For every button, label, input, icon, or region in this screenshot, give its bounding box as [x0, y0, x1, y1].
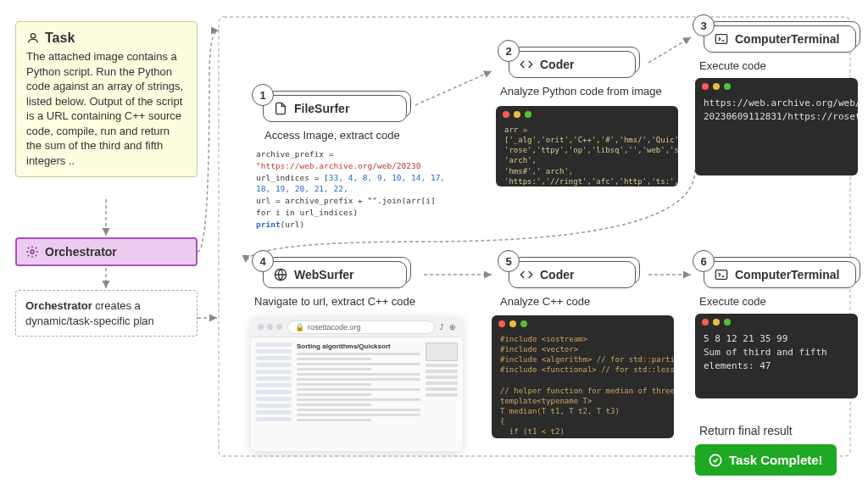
coder-1-codebox: arr = ['_alg','orit','C++','#','hms/','Q…	[496, 106, 678, 187]
task-title: Task	[26, 31, 186, 46]
terminal-2-codebox: 5 8 12 21 35 99 Sum of third and fifth e…	[695, 314, 858, 398]
browser-page-title: Sorting algorithms/Quicksort	[297, 342, 420, 350]
coder-2-code: #include <iostream> #include <vector> #i…	[500, 334, 665, 438]
browser-mockup: 🔒 rosettacode.org ⤴ ⊕ Sorting algorithms…	[251, 317, 463, 451]
terminal-2-code: 5 8 12 21 35 99 Sum of third and fifth e…	[704, 332, 849, 373]
filesurfer-snippet: archive_prefix = "https://web.archive.or…	[256, 148, 451, 230]
agent-coder-2: 5 Coder	[509, 261, 636, 288]
agent-name: ComputerTerminal	[735, 32, 839, 46]
task-complete-label: Task Complete!	[729, 453, 823, 467]
result-label: Return final result	[699, 424, 793, 437]
user-icon	[26, 31, 40, 45]
agent-terminal-2: 6 ComputerTerminal	[704, 261, 856, 288]
orchestrator-label: Orchestrator	[45, 245, 117, 259]
coder-2-codebox: #include <iostream> #include <vector> #i…	[492, 315, 674, 438]
globe-icon	[274, 268, 287, 281]
code-icon	[520, 268, 533, 281]
browser-host: rosettacode.org	[308, 323, 361, 331]
agent-filesurfer: 1 FileSurfer	[263, 95, 407, 122]
terminal-icon	[715, 268, 728, 281]
agent-number: 4	[252, 250, 274, 272]
plan-card: Orchestrator creates a dynamic/task-spec…	[15, 290, 198, 337]
plus-icon: ⊕	[449, 323, 456, 331]
agent-name: FileSurfer	[294, 102, 349, 115]
agent-number: 3	[693, 14, 715, 36]
agent-websurfer: 4 WebSurfer	[263, 261, 407, 288]
agent-coder-1-subtitle: Analyze Python code from image	[500, 85, 662, 97]
code-icon	[520, 58, 533, 71]
agent-filesurfer-subtitle: Access Image, extract code	[264, 129, 400, 142]
agent-terminal-2-subtitle: Execute code	[699, 295, 766, 308]
task-title-text: Task	[45, 31, 75, 46]
agent-terminal-1-subtitle: Execute code	[699, 59, 766, 72]
file-icon	[274, 102, 287, 115]
agent-name: Coder	[540, 268, 574, 281]
agent-terminal-1: 3 ComputerTerminal	[704, 25, 856, 53]
orchestrator-card: Orchestrator	[15, 237, 198, 266]
share-icon: ⤴	[440, 323, 444, 331]
agent-name: ComputerTerminal	[735, 268, 839, 281]
svg-point-2	[31, 250, 34, 253]
terminal-1-code: https://web.archive.org/web/ 20230609112…	[704, 97, 849, 124]
terminal-1-codebox: https://web.archive.org/web/ 20230609112…	[695, 78, 858, 175]
svg-rect-5	[715, 270, 726, 280]
agent-name: WebSurfer	[294, 268, 354, 281]
agent-coder-2-subtitle: Analyze C++ code	[500, 295, 590, 308]
plan-bold: Orchestrator	[25, 299, 92, 312]
coder-1-code: arr = ['_alg','orit','C++','#','hms/','Q…	[504, 125, 670, 187]
task-body: The attached image contains a Python scr…	[26, 49, 186, 168]
agent-coder-1: 2 Coder	[509, 51, 636, 78]
agent-number: 6	[693, 250, 715, 272]
check-circle-icon	[709, 454, 722, 467]
agent-number: 1	[252, 84, 274, 106]
agent-name: Coder	[540, 58, 574, 71]
task-complete-button[interactable]: Task Complete!	[695, 444, 837, 476]
task-card: Task The attached image contains a Pytho…	[15, 21, 198, 177]
svg-point-1	[31, 34, 35, 38]
agent-websurfer-subtitle: Navigate to url, extract C++ code	[254, 295, 415, 308]
terminal-icon	[715, 32, 728, 46]
svg-rect-3	[715, 35, 726, 44]
browser-url-bar: 🔒 rosettacode.org	[287, 320, 435, 334]
agent-number: 5	[498, 250, 520, 272]
agent-number: 2	[498, 40, 520, 62]
gear-icon	[25, 245, 39, 259]
